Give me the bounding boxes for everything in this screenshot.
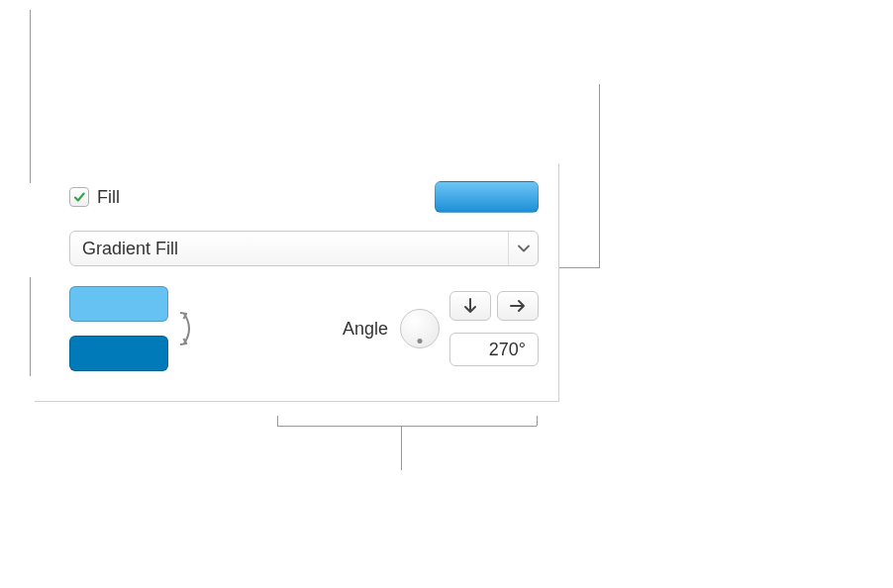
- fill-panel: Fill Gradient Fill: [35, 163, 559, 402]
- arrow-down-icon: [463, 298, 477, 314]
- swap-colors-button[interactable]: [178, 304, 198, 353]
- fill-type-dropdown[interactable]: Gradient Fill: [69, 231, 539, 266]
- direction-horizontal-button[interactable]: [497, 291, 539, 321]
- gradient-color-stops: [69, 286, 198, 371]
- callout-guide: [537, 416, 538, 426]
- direction-buttons: [449, 291, 539, 321]
- gradient-color-pair: [69, 286, 168, 371]
- direction-vertical-button[interactable]: [449, 291, 491, 321]
- callout-guide: [30, 10, 31, 183]
- angle-label: Angle: [343, 319, 388, 340]
- angle-right-controls: 270°: [449, 291, 539, 366]
- fill-label: Fill: [97, 187, 120, 208]
- callout-guide: [401, 426, 402, 470]
- fill-type-value: Gradient Fill: [82, 239, 178, 259]
- gradient-color-2[interactable]: [69, 336, 168, 371]
- angle-section: Angle 270°: [216, 291, 539, 366]
- fill-checkbox[interactable]: [69, 187, 89, 207]
- checkmark-icon: [72, 190, 86, 204]
- fill-preview-swatch[interactable]: [435, 181, 539, 213]
- callout-guide: [277, 416, 278, 426]
- gradient-controls: Angle 270°: [69, 286, 539, 371]
- callout-guide: [559, 267, 599, 268]
- angle-dial[interactable]: [400, 309, 440, 348]
- angle-value: 270°: [489, 340, 526, 360]
- angle-label-group: Angle: [343, 309, 440, 348]
- arrow-right-icon: [510, 299, 526, 313]
- angle-input[interactable]: 270°: [449, 333, 539, 366]
- dropdown-arrow-well: [508, 232, 538, 265]
- fill-checkbox-group: Fill: [69, 187, 120, 208]
- swap-arrows-icon: [178, 304, 198, 353]
- fill-top-row: Fill: [69, 181, 539, 213]
- callout-guide: [599, 84, 600, 268]
- callout-guide: [30, 277, 31, 376]
- gradient-color-1[interactable]: [69, 286, 168, 322]
- callout-guide: [277, 426, 537, 427]
- chevron-down-icon: [518, 245, 530, 252]
